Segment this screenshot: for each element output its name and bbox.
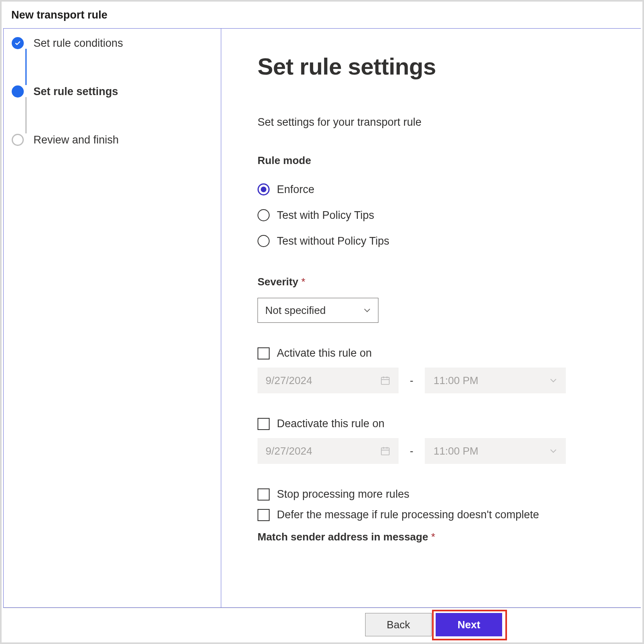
check-icon: [12, 37, 24, 49]
activate-datetime: 9/27/2024 - 11:00 PM: [258, 368, 605, 393]
activate-date-input[interactable]: 9/27/2024: [258, 368, 399, 393]
severity-value: Not specified: [265, 304, 326, 317]
activate-label: Activate this rule on: [277, 347, 372, 359]
wizard-main: Set rule settings Set settings for your …: [221, 29, 641, 607]
radio-icon[interactable]: [258, 235, 270, 247]
defer-message-label: Defer the message if rule processing doe…: [277, 509, 539, 521]
defer-message-row: Defer the message if rule processing doe…: [258, 509, 605, 521]
dash-separator: -: [410, 445, 413, 457]
deactivate-time-value: 11:00 PM: [434, 445, 478, 457]
severity-label: Severity: [258, 276, 605, 288]
radio-label: Test with Policy Tips: [277, 209, 374, 222]
severity-select[interactable]: Not specified: [258, 298, 378, 323]
svg-rect-4: [381, 448, 389, 455]
radio-label: Enforce: [277, 183, 314, 196]
back-button[interactable]: Back: [365, 613, 432, 636]
match-sender-label: Match sender address in message *: [258, 531, 605, 543]
next-button[interactable]: Next: [436, 613, 502, 636]
wizard-step-conditions[interactable]: Set rule conditions: [12, 35, 221, 51]
step-pending-icon: [12, 134, 24, 146]
calendar-icon: [380, 375, 391, 386]
rule-mode-option-test-notips[interactable]: Test without Policy Tips: [258, 228, 605, 254]
wizard-step-label: Review and finish: [33, 134, 119, 146]
stop-processing-row: Stop processing more rules: [258, 488, 605, 501]
activate-time-value: 11:00 PM: [434, 374, 478, 387]
deactivate-label: Deactivate this rule on: [277, 418, 384, 430]
extra-options: Stop processing more rules Defer the mes…: [258, 488, 605, 521]
deactivate-date-value: 9/27/2024: [266, 445, 312, 457]
rule-mode-option-enforce[interactable]: Enforce: [258, 177, 605, 202]
radio-icon[interactable]: [258, 209, 270, 221]
chevron-down-icon: [550, 447, 557, 455]
activate-time-input[interactable]: 11:00 PM: [425, 368, 566, 393]
wizard-step-label: Set rule settings: [33, 85, 118, 98]
page-subtitle: Set settings for your transport rule: [258, 116, 605, 129]
calendar-icon: [380, 446, 391, 456]
window-title: New transport rule: [2, 2, 642, 25]
svg-rect-0: [381, 377, 389, 384]
deactivate-datetime: 9/27/2024 - 11:00 PM: [258, 438, 605, 464]
deactivate-checkbox[interactable]: [258, 418, 270, 430]
chevron-down-icon: [364, 307, 371, 314]
activate-checkbox[interactable]: [258, 347, 270, 359]
wizard-window: New transport rule Set rule conditions S…: [0, 0, 644, 644]
wizard-sidebar: Set rule conditions Set rule settings Re…: [4, 29, 221, 607]
chevron-down-icon: [550, 377, 557, 384]
wizard-body: Set rule conditions Set rule settings Re…: [3, 28, 641, 608]
stop-processing-label: Stop processing more rules: [277, 488, 409, 501]
step-active-icon: [12, 85, 24, 98]
wizard-step-label: Set rule conditions: [33, 37, 123, 50]
deactivate-time-input[interactable]: 11:00 PM: [425, 438, 566, 464]
dash-separator: -: [410, 374, 413, 387]
stop-processing-checkbox[interactable]: [258, 488, 270, 501]
deactivate-checkbox-row: Deactivate this rule on: [258, 418, 605, 430]
deactivate-date-input[interactable]: 9/27/2024: [258, 438, 399, 464]
wizard-step-review[interactable]: Review and finish: [12, 132, 221, 148]
wizard-footer: Back Next: [3, 608, 641, 641]
radio-icon[interactable]: [258, 183, 270, 195]
activate-date-value: 9/27/2024: [266, 374, 312, 387]
rule-mode-option-test-tips[interactable]: Test with Policy Tips: [258, 202, 605, 228]
activate-checkbox-row: Activate this rule on: [258, 347, 605, 359]
rule-mode-group: Enforce Test with Policy Tips Test witho…: [258, 177, 605, 254]
page-title: Set rule settings: [258, 53, 605, 80]
wizard-step-settings[interactable]: Set rule settings: [12, 83, 221, 100]
defer-message-checkbox[interactable]: [258, 509, 270, 521]
radio-label: Test without Policy Tips: [277, 235, 389, 247]
rule-mode-label: Rule mode: [258, 154, 605, 167]
step-connector: [25, 49, 27, 85]
step-connector: [25, 97, 27, 133]
